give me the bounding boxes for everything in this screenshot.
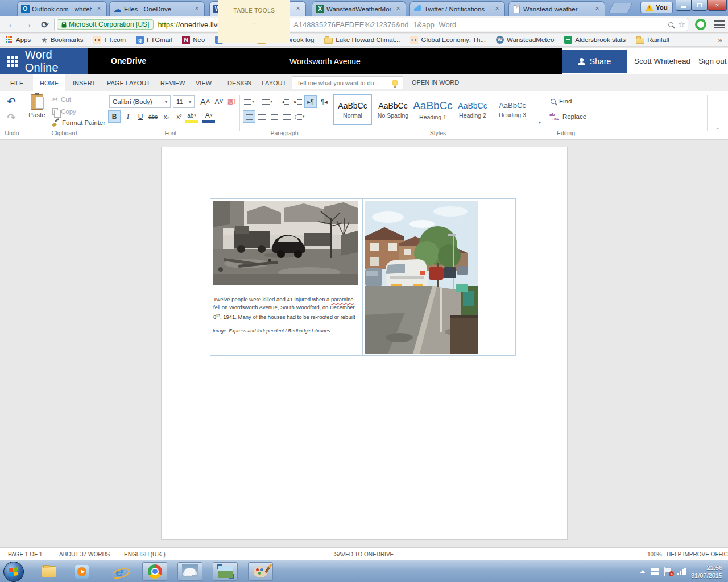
tab-close-icon[interactable]: × <box>394 5 402 13</box>
justify-button[interactable] <box>280 110 293 123</box>
search-icon[interactable] <box>668 22 673 27</box>
paste-button[interactable]: Paste <box>26 94 48 126</box>
tab-design[interactable]: DESIGN <box>221 74 258 91</box>
style-heading-1[interactable]: AaBbCc Heading 1 <box>413 94 452 125</box>
tab-file[interactable]: FILE <box>3 74 30 91</box>
document-paragraph[interactable]: Twelve people were killed and 41 injured… <box>213 296 361 321</box>
get-windows-10-icon[interactable] <box>651 568 659 575</box>
taskbar-explorer-button[interactable] <box>36 562 61 581</box>
sign-out-link[interactable]: Sign out <box>698 57 727 65</box>
tab-close-icon[interactable]: × <box>95 5 103 13</box>
bookmark-bookmarks[interactable]: ★ Bookmarks <box>41 36 83 44</box>
bookmark-apps[interactable]: Apps <box>6 36 31 44</box>
modern-street-photo[interactable] <box>365 201 478 354</box>
bookmark-neo[interactable]: N Neo <box>182 36 205 44</box>
underline-button[interactable]: U <box>134 110 147 123</box>
tab-outlook[interactable]: O Outlook.com - whitehe × <box>17 1 107 16</box>
taskbar-clock[interactable]: 21:56 31/07/2015 <box>691 564 722 580</box>
undo-button[interactable]: ↶ <box>5 95 18 108</box>
left-to-right-button[interactable]: ▸¶ <box>304 95 317 108</box>
increase-indent-button[interactable]: ▸ <box>292 95 304 108</box>
numbering-button[interactable]: ▾ <box>261 95 274 108</box>
cut-button[interactable]: ✂ Cut <box>52 95 71 103</box>
tab-page-layout[interactable]: PAGE LAYOUT <box>100 74 157 91</box>
refresh-icon[interactable]: ⟳ <box>38 18 52 31</box>
network-signal-icon[interactable] <box>677 568 686 575</box>
profile-you-button[interactable]: You <box>640 2 673 13</box>
bookmark-ftgmail[interactable]: g FTGmail <box>136 36 172 44</box>
ev-certificate-badge[interactable]: Microsoft Corporation [US] <box>57 19 154 30</box>
bullets-button[interactable]: ▾ <box>243 95 255 108</box>
start-button[interactable] <box>3 562 24 582</box>
tab-wanstead-weather-mon[interactable]: X WansteadWeatherMon × <box>312 1 406 16</box>
tab-close-icon[interactable]: × <box>493 5 501 13</box>
superscript-button[interactable]: x² <box>173 110 185 123</box>
bookmark-star-icon[interactable]: ☆ <box>678 19 685 30</box>
zoom-level[interactable]: 100% <box>647 551 662 558</box>
historic-bomb-damage-photo[interactable] <box>213 201 358 285</box>
bookmark-aldersbrook-stats[interactable]: Aldersbrook stats <box>564 36 626 44</box>
back-icon[interactable]: ← <box>5 18 19 31</box>
open-in-word-button[interactable]: OPEN IN WORD <box>412 79 459 86</box>
bookmark-global-economy[interactable]: FT Global Economy: Th... <box>410 36 486 44</box>
bookmark-ftcom[interactable]: FT FT.com <box>93 36 126 44</box>
document-canvas[interactable]: Twelve people were killed and 41 injured… <box>0 140 728 547</box>
line-spacing-button[interactable]: ↕▾ <box>293 110 305 123</box>
tab-twitter[interactable]: Twitter / Notifications × <box>410 1 505 16</box>
strikethrough-button[interactable]: abc <box>147 110 159 123</box>
image-credit-caption[interactable]: Image: Express and Independent / Redbrid… <box>213 328 360 334</box>
replace-button[interactable]: ab→ac Replace <box>549 113 586 120</box>
style-heading-2[interactable]: AaBbCc Heading 2 <box>453 94 492 125</box>
style-heading-3[interactable]: AaBbCc Heading 3 <box>493 94 532 125</box>
format-painter-button[interactable]: Format Painter <box>52 119 105 126</box>
bookmark-folder-luke-howard[interactable]: Luke Howard Climat... <box>324 36 400 44</box>
find-button[interactable]: Find <box>551 98 572 105</box>
right-to-left-button[interactable]: ¶◂ <box>318 95 330 108</box>
grow-font-button[interactable]: A˄ <box>199 95 212 108</box>
window-close-button[interactable]: × <box>708 0 727 11</box>
bookmark-folder-rainfall[interactable]: Rainfall <box>636 36 669 44</box>
bookmark-wansteadmeteo[interactable]: W WansteadMeteo <box>496 36 554 44</box>
tab-close-icon[interactable]: × <box>294 5 302 13</box>
styles-gallery-more-icon[interactable]: ▾ <box>533 116 546 128</box>
tab-layout[interactable]: LAYOUT <box>255 74 293 91</box>
document-page[interactable]: Twelve people were killed and 41 injured… <box>161 147 568 540</box>
new-tab-button[interactable] <box>609 3 632 13</box>
table-cell-left[interactable]: Twelve people were killed and 41 injured… <box>210 199 363 355</box>
tab-close-icon[interactable]: × <box>593 5 601 13</box>
font-family-select[interactable]: Calibri (Body) ▾ <box>109 95 171 108</box>
chrome-menu-icon[interactable] <box>714 20 725 28</box>
tab-insert[interactable]: INSERT <box>66 74 102 91</box>
tab-view[interactable]: VIEW <box>189 74 218 91</box>
address-bar[interactable]: Microsoft Corporation [US] https://onedr… <box>54 18 688 31</box>
font-size-select[interactable]: 11 ▾ <box>173 95 195 108</box>
help-improve-office-link[interactable]: HELP IMPROVE OFFICE <box>667 551 728 558</box>
subscript-button[interactable]: x₂ <box>160 110 173 123</box>
tab-onedrive-files[interactable]: ☁ Files - OneDrive × <box>109 1 205 16</box>
font-color-button[interactable]: A▾ <box>202 110 215 123</box>
taskbar-chrome-button[interactable] <box>142 562 167 581</box>
show-hidden-icons-chevron[interactable] <box>640 570 646 573</box>
clear-formatting-icon[interactable]: ▩ʇ <box>225 95 238 108</box>
app-launcher-icon[interactable] <box>7 56 18 67</box>
align-right-button[interactable] <box>268 110 280 123</box>
taskbar-paint-button[interactable] <box>248 562 273 581</box>
taskbar-internet-explorer-button[interactable]: e <box>107 562 132 581</box>
bookmarks-overflow-chevron[interactable]: » <box>718 36 722 44</box>
document-table[interactable]: Twelve people were killed and 41 injured… <box>210 198 516 356</box>
taskbar-media-player-button[interactable] <box>69 562 94 581</box>
style-normal[interactable]: AaBbCc Normal <box>333 94 372 125</box>
highlight-color-button[interactable]: ab▾ <box>185 110 198 123</box>
style-no-spacing[interactable]: AaBbCc No Spacing <box>374 94 412 125</box>
shrink-font-button[interactable]: A˅ <box>213 95 225 108</box>
collapse-ribbon-icon[interactable]: ˆ <box>717 127 719 134</box>
decrease-indent-button[interactable]: ◂ <box>279 95 292 108</box>
tab-wanstead-weather[interactable]: Wanstead weather × <box>508 1 605 16</box>
share-button[interactable]: Share <box>562 50 627 73</box>
action-center-flag-icon[interactable]: × <box>664 567 672 576</box>
bold-button[interactable]: B <box>108 110 121 123</box>
align-left-button[interactable] <box>243 110 255 123</box>
tab-close-icon[interactable]: × <box>193 5 201 13</box>
forward-icon[interactable]: → <box>20 18 35 31</box>
align-center-button[interactable] <box>255 110 268 123</box>
